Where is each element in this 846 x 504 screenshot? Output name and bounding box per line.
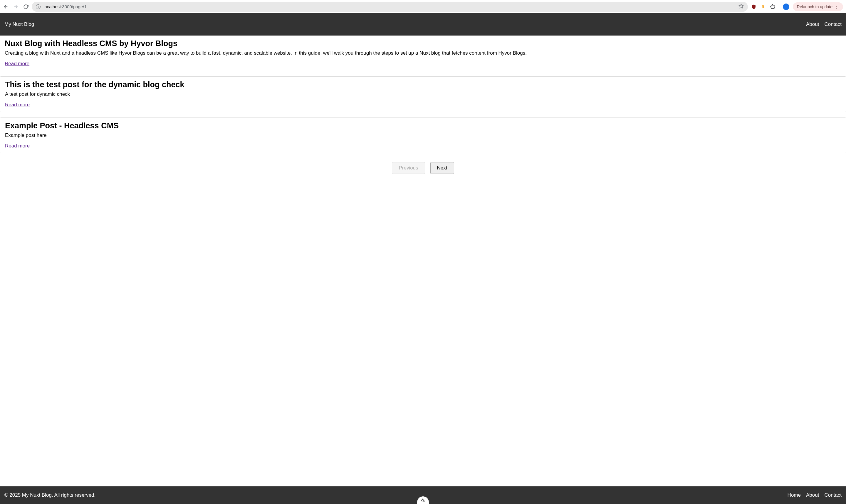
address-bar[interactable]: i localhost:3000/page/1 — [32, 2, 748, 12]
next-button[interactable]: Next — [430, 162, 454, 174]
post-title: Nuxt Blog with Headless CMS by Hyvor Blo… — [5, 39, 841, 48]
more-menu-icon: ⋮ — [834, 4, 839, 9]
header-nav: About Contact — [806, 21, 842, 27]
nav-link-contact[interactable]: Contact — [824, 21, 842, 27]
copyright-text: © 2025 My Nuxt Blog. All rights reserved… — [4, 492, 95, 498]
posts-list: Nuxt Blog with Headless CMS by Hyvor Blo… — [0, 36, 846, 153]
profile-avatar[interactable]: I — [783, 3, 789, 10]
extensions-icon[interactable] — [770, 4, 775, 10]
ublock-extension-icon[interactable] — [751, 4, 757, 10]
post-excerpt: Creating a blog with Nuxt and a headless… — [5, 50, 841, 57]
post-card: Nuxt Blog with Headless CMS by Hyvor Blo… — [0, 36, 846, 71]
post-card: This is the test post for the dynamic bl… — [0, 76, 846, 112]
post-excerpt: A test post for dynamic check — [5, 91, 841, 98]
footer-link-about[interactable]: About — [806, 492, 819, 498]
post-title: Example Post - Headless CMS — [5, 121, 841, 130]
url-display: localhost:3000/page/1 — [43, 4, 87, 9]
browser-toolbar: i localhost:3000/page/1 a I Relaunch to … — [0, 0, 846, 13]
site-footer: © 2025 My Nuxt Blog. All rights reserved… — [0, 486, 846, 504]
nav-link-about[interactable]: About — [806, 21, 819, 27]
spacer — [0, 183, 846, 486]
post-excerpt: Example post here — [5, 132, 841, 139]
site-header: My Nuxt Blog About Contact — [0, 13, 846, 36]
svg-marker-0 — [739, 4, 743, 8]
post-card: Example Post - Headless CMS Example post… — [0, 118, 846, 153]
read-more-link[interactable]: Read more — [5, 61, 29, 66]
footer-link-contact[interactable]: Contact — [824, 492, 842, 498]
reload-button[interactable] — [23, 4, 29, 10]
site-info-icon[interactable]: i — [36, 4, 40, 9]
nuxt-devtools-icon[interactable] — [417, 497, 429, 504]
back-button[interactable] — [3, 4, 9, 10]
relaunch-label: Relaunch to update — [797, 4, 832, 9]
previous-button: Previous — [392, 162, 425, 174]
footer-nav: Home About Contact — [788, 492, 842, 498]
site-title[interactable]: My Nuxt Blog — [4, 21, 34, 27]
bookmark-star-icon[interactable] — [738, 3, 744, 10]
toolbar-separator — [779, 4, 779, 10]
extension-a-icon[interactable]: a — [760, 4, 766, 10]
read-more-link[interactable]: Read more — [5, 102, 30, 108]
nav-button-group — [3, 4, 29, 10]
forward-button[interactable] — [13, 4, 19, 10]
relaunch-update-button[interactable]: Relaunch to update ⋮ — [793, 2, 843, 11]
pagination: Previous Next — [0, 153, 846, 183]
read-more-link[interactable]: Read more — [5, 143, 30, 149]
footer-link-home[interactable]: Home — [788, 492, 801, 498]
post-title: This is the test post for the dynamic bl… — [5, 80, 841, 89]
chrome-right-controls: a I Relaunch to update ⋮ — [751, 2, 843, 11]
page-viewport: My Nuxt Blog About Contact Nuxt Blog wit… — [0, 13, 846, 504]
